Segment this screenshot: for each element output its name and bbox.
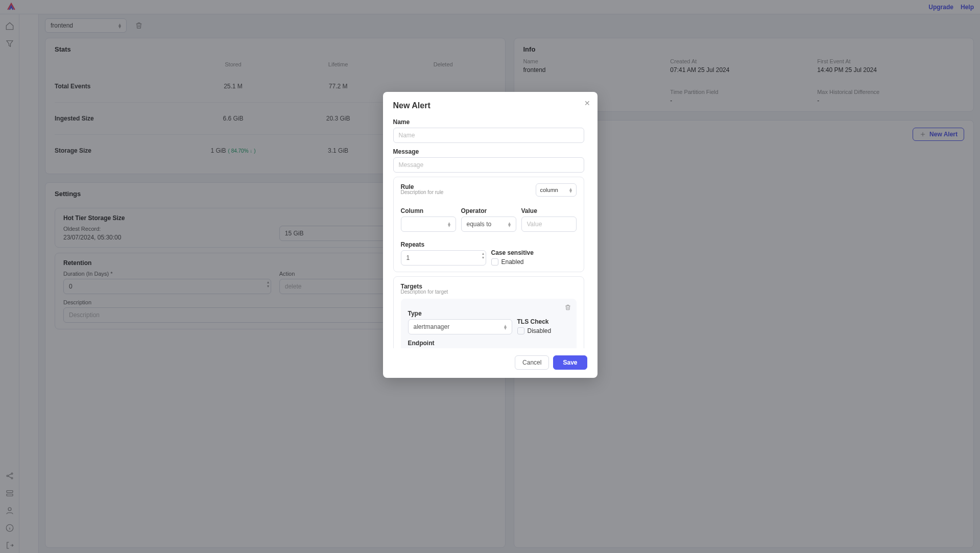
modal-title: New Alert (393, 101, 587, 110)
operator-select[interactable]: equals to▴▾ (461, 217, 516, 232)
tls-checkbox[interactable] (517, 327, 524, 334)
column-label: Column (401, 207, 456, 214)
rule-panel: Rule Description for rule column ▴▾ Colu… (393, 177, 584, 272)
chevron-updown-icon: ▴▾ (508, 222, 511, 227)
case-sensitive-label: Case sensitive (491, 249, 577, 256)
save-button[interactable]: Save (553, 355, 587, 370)
repeats-label: Repeats (401, 241, 486, 248)
target-item: Type alertmanager▴▾ TLS Check Disabled (401, 299, 577, 348)
disabled-label: Disabled (528, 327, 552, 334)
name-label: Name (393, 118, 584, 126)
chevron-updown-icon: ▴▾ (504, 324, 507, 329)
tls-label: TLS Check (517, 318, 569, 325)
case-sensitive-checkbox[interactable] (491, 258, 498, 266)
alert-message-input[interactable] (393, 157, 584, 173)
value-label: Value (521, 207, 577, 214)
new-alert-modal: ✕ New Alert Name Message Rule Descriptio… (383, 92, 597, 378)
value-input[interactable] (521, 217, 577, 232)
stepper-icon[interactable]: ▴▾ (482, 252, 484, 260)
chevron-updown-icon: ▴▾ (448, 222, 450, 227)
type-select[interactable]: alertmanager▴▾ (408, 319, 512, 334)
close-icon[interactable]: ✕ (584, 99, 590, 107)
enabled-label: Enabled (501, 258, 524, 266)
delete-target-button[interactable] (564, 304, 571, 312)
cancel-button[interactable]: Cancel (515, 355, 549, 370)
message-label: Message (393, 148, 584, 155)
column-select[interactable]: ▴▾ (401, 217, 456, 232)
rule-desc: Description for rule (401, 189, 444, 195)
targets-desc: Description for target (401, 289, 577, 295)
rule-mode-select[interactable]: column ▴▾ (536, 183, 577, 197)
repeats-input[interactable]: 1 (401, 250, 486, 266)
endpoint-label: Endpoint (408, 340, 569, 347)
chevron-updown-icon: ▴▾ (569, 187, 572, 193)
alert-name-input[interactable] (393, 128, 584, 143)
modal-overlay: ✕ New Alert Name Message Rule Descriptio… (0, 0, 980, 553)
operator-label: Operator (461, 207, 516, 214)
targets-panel: Targets Description for target Type aler… (393, 276, 584, 348)
type-label: Type (408, 310, 512, 317)
